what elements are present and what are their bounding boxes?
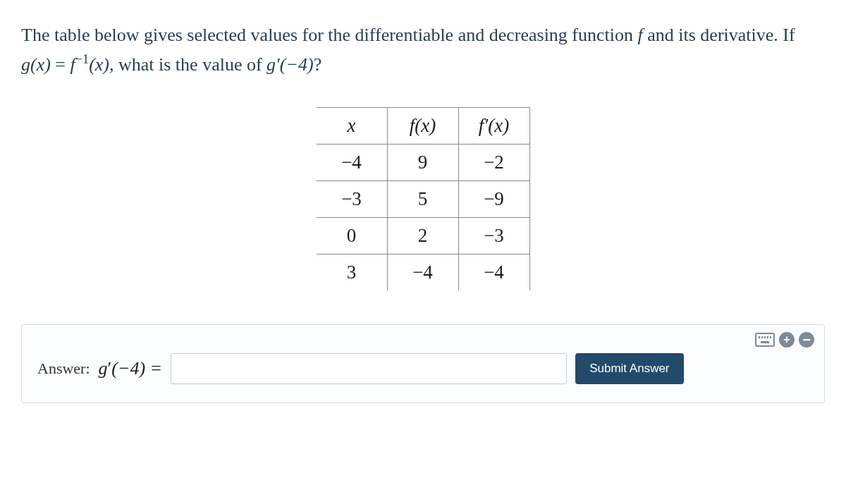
cell-fpx: −4 xyxy=(458,254,529,291)
submit-answer-button[interactable]: Submit Answer xyxy=(575,353,683,384)
question-mark: ? xyxy=(314,54,322,75)
cell-fpx: −2 xyxy=(458,145,529,181)
equals: = xyxy=(51,54,70,75)
table-header-row: x f(x) f′(x) xyxy=(317,108,530,145)
answer-panel: + − Answer: g′(−4) = Submit Answer xyxy=(21,324,825,403)
f-inverse-arg: (x) xyxy=(89,54,109,75)
cell-fpx: −9 xyxy=(458,181,529,218)
f-inverse-f: f xyxy=(70,54,75,75)
cell-fx: 2 xyxy=(387,218,458,254)
zoom-in-button[interactable]: + xyxy=(779,332,795,348)
question-part1: The table below gives selected values fo… xyxy=(21,25,638,45)
header-fx: f(x) xyxy=(387,108,458,145)
symbol-f: f xyxy=(638,25,643,45)
cell-x: 3 xyxy=(317,254,388,291)
cell-fx: 5 xyxy=(387,181,458,218)
header-fprimex: f′(x) xyxy=(458,108,529,145)
question-text: The table below gives selected values fo… xyxy=(21,21,825,79)
table-row: −4 9 −2 xyxy=(317,145,530,181)
cell-x: −3 xyxy=(317,181,388,218)
answer-expression: g′(−4) = xyxy=(99,358,163,379)
g-prime-neg4: g′(−4) xyxy=(266,54,314,75)
cell-fpx: −3 xyxy=(458,218,529,254)
question-part2: and its derivative. If xyxy=(647,25,795,45)
table-row: 3 −4 −4 xyxy=(317,254,530,291)
values-table: x f(x) f′(x) −4 9 −2 −3 5 −9 0 2 −3 3 −4… xyxy=(317,107,530,290)
answer-row: Answer: g′(−4) = Submit Answer xyxy=(37,353,809,384)
answer-toolbar: + − xyxy=(755,332,814,348)
table-row: 0 2 −3 xyxy=(317,218,530,254)
cell-x: −4 xyxy=(317,145,388,181)
cell-fx: 9 xyxy=(387,145,458,181)
header-x: x xyxy=(317,108,388,145)
answer-label: Answer: xyxy=(37,359,90,378)
f-inverse-exp: −1 xyxy=(75,52,89,66)
keyboard-icon[interactable] xyxy=(755,333,775,347)
answer-input[interactable] xyxy=(171,353,567,384)
cell-x: 0 xyxy=(317,218,388,254)
zoom-out-button[interactable]: − xyxy=(799,332,814,348)
cell-fx: −4 xyxy=(387,254,458,291)
table-row: −3 5 −9 xyxy=(317,181,530,218)
plus-icon: + xyxy=(783,333,790,346)
answer-arg: (−4) = xyxy=(111,358,162,379)
g-of-x: g(x) xyxy=(21,54,51,75)
question-part3: , what is the value of xyxy=(109,54,266,75)
values-table-wrap: x f(x) f′(x) −4 9 −2 −3 5 −9 0 2 −3 3 −4… xyxy=(21,107,825,290)
answer-g: g xyxy=(99,358,108,379)
